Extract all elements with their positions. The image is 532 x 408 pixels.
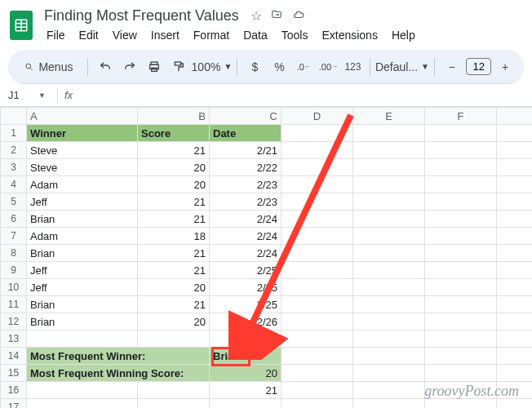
row-header[interactable]: 15 bbox=[1, 365, 27, 382]
cell[interactable] bbox=[27, 330, 138, 348]
cell[interactable] bbox=[497, 211, 533, 228]
cell[interactable] bbox=[497, 228, 533, 245]
name-box[interactable]: J1 ▼ bbox=[8, 89, 51, 101]
cell[interactable] bbox=[282, 159, 353, 176]
cell[interactable] bbox=[282, 399, 353, 409]
cell[interactable]: Brian bbox=[27, 211, 138, 228]
cell[interactable] bbox=[282, 193, 353, 211]
row-header[interactable]: 14 bbox=[1, 348, 27, 365]
cell[interactable] bbox=[282, 279, 353, 296]
cell[interactable] bbox=[425, 365, 497, 382]
cell[interactable] bbox=[425, 142, 497, 159]
cell[interactable] bbox=[282, 330, 353, 348]
cell[interactable] bbox=[282, 245, 353, 262]
cell[interactable]: Date bbox=[210, 125, 282, 142]
row-header[interactable]: 4 bbox=[1, 176, 27, 193]
cell[interactable]: 2/23 bbox=[210, 176, 282, 193]
cell[interactable]: 2/24 bbox=[210, 228, 282, 245]
menu-extensions[interactable]: Extensions bbox=[316, 27, 383, 43]
cell[interactable] bbox=[497, 193, 533, 211]
row-header[interactable]: 17 bbox=[1, 399, 27, 409]
row-header[interactable]: 5 bbox=[1, 193, 27, 211]
row-header[interactable]: 1 bbox=[1, 125, 27, 142]
cell[interactable] bbox=[425, 262, 497, 279]
cell-mfw-value[interactable]: Brian bbox=[210, 348, 282, 365]
cell[interactable] bbox=[27, 399, 138, 409]
cell[interactable]: 21 bbox=[138, 296, 210, 313]
cell[interactable] bbox=[497, 279, 533, 296]
cell[interactable] bbox=[353, 211, 425, 228]
cell[interactable] bbox=[425, 245, 497, 262]
row-header[interactable]: 11 bbox=[1, 296, 27, 313]
cell[interactable]: 21 bbox=[210, 382, 282, 399]
cell[interactable] bbox=[282, 348, 353, 365]
move-folder-icon[interactable] bbox=[270, 9, 283, 24]
cell[interactable] bbox=[282, 382, 353, 399]
font-size-increase[interactable]: + bbox=[494, 55, 516, 78]
cell[interactable]: 2/24 bbox=[210, 211, 282, 228]
row-header[interactable]: 9 bbox=[1, 262, 27, 279]
cell[interactable]: 21 bbox=[138, 193, 210, 211]
cell[interactable] bbox=[425, 159, 497, 176]
cell[interactable] bbox=[497, 142, 533, 159]
cell[interactable]: 2/25 bbox=[210, 262, 282, 279]
menu-insert[interactable]: Insert bbox=[145, 27, 185, 43]
cell[interactable] bbox=[282, 125, 353, 142]
cell[interactable] bbox=[425, 228, 497, 245]
cell[interactable]: Most Frequent Winning Score: bbox=[27, 365, 210, 382]
menu-format[interactable]: Format bbox=[188, 27, 235, 43]
cell[interactable] bbox=[282, 313, 353, 330]
menu-tools[interactable]: Tools bbox=[276, 27, 314, 43]
cell[interactable] bbox=[425, 125, 497, 142]
cell[interactable] bbox=[282, 365, 353, 382]
row-header[interactable]: 7 bbox=[1, 228, 27, 245]
more-formats-button[interactable]: 123 bbox=[342, 55, 363, 78]
cell[interactable]: 2/26 bbox=[210, 313, 282, 330]
cell[interactable]: Jeff bbox=[27, 193, 138, 211]
cell[interactable] bbox=[282, 142, 353, 159]
cell[interactable] bbox=[282, 176, 353, 193]
cell[interactable]: 20 bbox=[138, 313, 210, 330]
col-header-f[interactable]: F bbox=[425, 108, 497, 125]
cell[interactable]: 20 bbox=[138, 279, 210, 296]
menu-help[interactable]: Help bbox=[386, 27, 421, 43]
cell[interactable] bbox=[497, 176, 533, 193]
cell[interactable] bbox=[353, 245, 425, 262]
font-dropdown[interactable]: Defaul... ▼ bbox=[377, 55, 427, 78]
cell[interactable] bbox=[282, 262, 353, 279]
star-icon[interactable]: ☆ bbox=[250, 8, 262, 24]
cell[interactable]: 18 bbox=[138, 228, 210, 245]
cell[interactable]: 21 bbox=[138, 245, 210, 262]
font-size-input[interactable]: 12 bbox=[466, 58, 491, 75]
cell[interactable] bbox=[353, 193, 425, 211]
decrease-decimal-button[interactable]: .0← bbox=[293, 55, 314, 78]
cell[interactable] bbox=[353, 228, 425, 245]
cell[interactable] bbox=[282, 228, 353, 245]
cell[interactable]: 2/22 bbox=[210, 159, 282, 176]
spreadsheet-grid[interactable]: A B C D E F 1 Winner Score Date 2Steve21… bbox=[0, 107, 532, 408]
cell[interactable]: Steve bbox=[27, 142, 138, 159]
cell[interactable] bbox=[353, 348, 425, 365]
cell[interactable] bbox=[497, 399, 533, 409]
select-all-corner[interactable] bbox=[1, 108, 27, 125]
menu-file[interactable]: File bbox=[41, 27, 71, 43]
cell[interactable] bbox=[353, 296, 425, 313]
cell[interactable] bbox=[353, 142, 425, 159]
cell[interactable] bbox=[425, 296, 497, 313]
cloud-status-icon[interactable] bbox=[291, 9, 306, 24]
cell[interactable]: Winner bbox=[27, 125, 138, 142]
cell[interactable] bbox=[497, 313, 533, 330]
cell[interactable]: Jeff bbox=[27, 262, 138, 279]
cell[interactable]: Steve bbox=[27, 159, 138, 176]
cell[interactable] bbox=[497, 262, 533, 279]
cell[interactable] bbox=[353, 365, 425, 382]
row-header[interactable]: 6 bbox=[1, 211, 27, 228]
cell-mfs-value[interactable]: 20 bbox=[210, 365, 282, 382]
cell[interactable] bbox=[138, 330, 210, 348]
redo-button[interactable] bbox=[119, 55, 140, 78]
cell[interactable] bbox=[497, 330, 533, 348]
row-header[interactable]: 8 bbox=[1, 245, 27, 262]
cell[interactable] bbox=[138, 399, 210, 409]
increase-decimal-button[interactable]: .00→ bbox=[317, 55, 339, 78]
menu-data[interactable]: Data bbox=[237, 27, 273, 43]
